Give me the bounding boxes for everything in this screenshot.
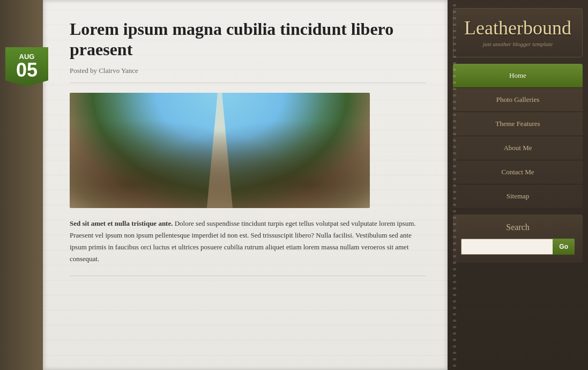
- left-sidebar: Aug 05: [0, 0, 43, 370]
- brand-name: Leatherbound: [462, 18, 574, 38]
- nav-item-contact-me[interactable]: Contact Me: [453, 160, 583, 184]
- search-title: Search: [461, 223, 575, 232]
- nav-item-home[interactable]: Home: [453, 64, 583, 88]
- nav-box: Home Photo Galleries Theme Features Abou…: [453, 64, 583, 208]
- brand-tagline: just another blogger template: [462, 41, 574, 47]
- search-input-row: Go: [461, 239, 575, 255]
- right-sidebar: Leatherbound just another blogger templa…: [448, 0, 588, 370]
- post-divider: [70, 276, 426, 276]
- main-content: Lorem ipsum magna cubilia tincidunt libe…: [43, 0, 448, 370]
- post-body: Sed sit amet et nulla tristique ante. Do…: [70, 218, 426, 265]
- post-meta: Posted by Clairvo Yance: [70, 66, 426, 83]
- nav-item-about-me[interactable]: About Me: [453, 136, 583, 160]
- search-input[interactable]: [461, 239, 553, 255]
- post-image: [70, 93, 370, 208]
- nav-item-sitemap[interactable]: Sitemap: [453, 184, 583, 208]
- nav-item-theme-features[interactable]: Theme Features: [453, 112, 583, 136]
- search-box: Search Go: [453, 214, 583, 263]
- date-badge: Aug 05: [5, 47, 48, 86]
- search-button[interactable]: Go: [553, 239, 575, 255]
- brand-box: Leatherbound just another blogger templa…: [453, 8, 583, 57]
- nav-item-photo-galleries[interactable]: Photo Galleries: [453, 88, 583, 112]
- post-body-bold: Sed sit amet et nulla tristique ante.: [70, 219, 173, 227]
- date-day: 05: [8, 61, 46, 80]
- post-title: Lorem ipsum magna cubilia tincidunt libe…: [70, 19, 426, 60]
